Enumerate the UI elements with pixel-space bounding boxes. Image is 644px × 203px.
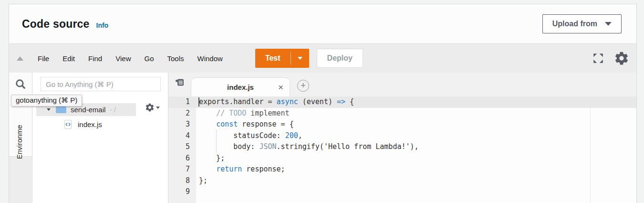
tree-item-index-js[interactable]: index.js [32,118,168,131]
tab-index-js[interactable]: index.js × [191,77,290,97]
gear-icon [145,103,155,112]
line-number: 6 [168,153,196,164]
code-line-text: statusCode: 200, [196,130,302,142]
tab-list-icon[interactable] [175,77,185,88]
line-number: 1 [168,96,196,108]
side-rail: Environme [9,73,32,203]
text-cursor-caret [198,97,199,107]
go-to-anything-input[interactable] [41,77,161,91]
code-line-text: body: JSON.stringify('Hello from Lambda!… [196,141,419,153]
menu-item-find[interactable]: Find [82,54,109,63]
line-number: 3 [168,119,196,130]
upload-from-label: Upload from [552,20,597,28]
code-line-7[interactable]: 7 return response; [168,164,636,175]
code-line-text: }; [196,175,208,187]
new-tab-button[interactable]: + [297,80,309,92]
code-line-text: const response = { [196,119,294,130]
folder-name: send-email [71,106,105,114]
line-number: 8 [168,175,196,187]
upload-from-button[interactable]: Upload from [542,14,622,33]
menu-item-tools[interactable]: Tools [160,54,190,63]
info-link[interactable]: Info [96,21,109,29]
code-lines: 1exports.handler = async (event) => {2 /… [168,96,636,198]
code-line-5[interactable]: 5 body: JSON.stringify('Hello from Lambd… [168,141,636,153]
menu-items: FileEditFindViewGoToolsWindow [31,54,229,63]
code-line-text: // TODO implement [196,108,290,119]
folder-path-suffix: - / [110,106,115,114]
line-number: 9 [168,186,196,198]
code-line-6[interactable]: 6 }; [168,153,636,164]
code-line-3[interactable]: 3 const response = { [168,119,636,130]
tree-expand-caret-icon[interactable] [47,108,51,111]
menu-item-file[interactable]: File [31,54,56,63]
menu-item-view[interactable]: View [109,54,137,63]
tab-label: index.js [227,83,254,91]
page-title: Code source [22,18,90,31]
triangle-up-icon [17,56,23,61]
folder-icon [56,107,66,113]
code-line-text: }; [196,153,225,164]
menubar-right-icons [592,51,636,66]
editor-content: Environme send-email - / [9,73,636,203]
line-number: 2 [168,108,196,119]
line-number: 7 [168,164,196,175]
code-line-text: return response; [196,164,285,175]
file-tree-panel: send-email - / index [32,73,168,203]
test-button[interactable]: Test [255,49,291,68]
chevron-down-icon [156,107,160,109]
code-line-1[interactable]: 1exports.handler = async (event) => { [168,96,636,108]
code-line-9[interactable]: 9 [168,186,636,198]
tree-settings-gear-button[interactable] [145,103,160,112]
deploy-button[interactable]: Deploy [317,49,363,68]
tooltip-go-to-anything: gotoanything (⌘ P) [11,95,82,107]
search-icon[interactable] [14,78,27,90]
collapse-editor-button[interactable] [9,56,31,61]
editor-menubar: FileEditFindViewGoToolsWindow Test Deplo… [9,43,636,73]
menu-item-window[interactable]: Window [191,54,229,63]
card-header: Code source Info Upload from [9,4,636,43]
menu-item-edit[interactable]: Edit [56,54,82,63]
test-button-group: Test [255,49,309,68]
chevron-down-icon [605,22,612,26]
code-source-card: Code source Info Upload from FileEditFin… [9,4,637,203]
menu-item-go[interactable]: Go [137,54,160,63]
code-editor[interactable]: 1exports.handler = async (event) => {2 /… [168,96,636,203]
javascript-file-icon [64,120,72,129]
tab-close-icon[interactable]: × [278,82,283,91]
fullscreen-expand-icon[interactable] [592,52,604,64]
code-line-4[interactable]: 4 statusCode: 200, [168,130,636,142]
file-name: index.js [78,120,102,128]
line-number: 4 [168,130,196,142]
chevron-down-icon [298,57,302,60]
test-options-button[interactable] [291,49,309,68]
editor-tabbar: index.js × + [168,73,636,97]
code-line-text [196,186,199,198]
code-line-8[interactable]: 8}; [168,175,636,187]
settings-gear-icon[interactable] [614,51,629,66]
line-number: 5 [168,141,196,153]
side-rail-background [9,156,32,203]
code-editor-pane: index.js × + 1exports.handler = async (e… [168,73,636,203]
lambda-code-source-panel: Code source Info Upload from FileEditFin… [0,0,644,203]
environment-tab[interactable]: Environme [15,125,23,159]
code-line-2[interactable]: 2 // TODO implement [168,108,636,119]
code-line-text: exports.handler = async (event) => { [196,96,354,108]
